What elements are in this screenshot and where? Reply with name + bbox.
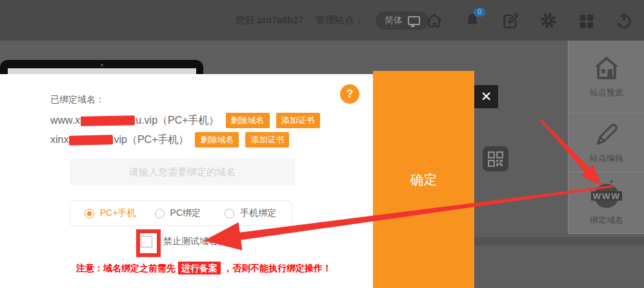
delete-domain-button[interactable]: 删除域名 xyxy=(226,113,270,128)
notification-badge: 0 xyxy=(474,8,485,17)
domain-text: u.vip（PC+手机） xyxy=(136,114,219,128)
sidebar-item-label: 绑定域名 xyxy=(590,215,623,226)
qr-code-icon xyxy=(488,151,503,167)
svg-text:WWW: WWW xyxy=(592,191,620,201)
sidebar-item-bind-domain[interactable]: WWW 绑定域名 xyxy=(569,173,644,234)
qr-code-button[interactable] xyxy=(483,146,508,171)
close-button[interactable]: ✕ xyxy=(474,85,498,108)
annotation-rectangle xyxy=(136,229,161,257)
settings-gear-icon[interactable] xyxy=(539,12,558,30)
sidebar-item-label: 站点预览 xyxy=(590,87,623,99)
laptop-screen-edge xyxy=(8,68,196,74)
bind-mode-radio-group: PC+手机 PC绑定 手机绑定 xyxy=(70,200,292,226)
binding-notice: 注意：域名绑定之前需先进行备案，否则不能执行绑定操作！ xyxy=(76,263,332,274)
notice-text: ，否则不能执行绑定操作！ xyxy=(223,263,332,273)
radio-pc-bind[interactable]: PC绑定 xyxy=(155,207,225,219)
laptop-camera-dot xyxy=(101,64,103,66)
radio-pc-and-mobile[interactable]: PC+手机 xyxy=(85,207,155,219)
confirm-button[interactable]: 确定 xyxy=(373,71,474,288)
sidebar-item-site-edit[interactable]: 站点编辑 xyxy=(569,113,644,173)
sidebar-item-site-preview[interactable]: 站点预览 xyxy=(569,41,644,113)
edit-icon[interactable] xyxy=(501,12,519,30)
site-tools-sidebar: 站点预览 站点编辑 WWW 绑定域名 xyxy=(568,41,644,234)
redaction-scribble xyxy=(81,115,135,126)
power-logout-icon[interactable] xyxy=(615,12,633,30)
manage-site-label: 管理站点： xyxy=(316,14,364,26)
bind-domain-dialog: 已绑定域名： ? www.xu.vip（PC+手机） 删除域名 添加证书 xin… xyxy=(0,74,373,288)
monitor-icon xyxy=(408,16,420,25)
house-icon xyxy=(592,55,621,82)
confirm-label: 确定 xyxy=(410,171,438,189)
laptop-mockup-bezel xyxy=(0,60,203,74)
greeting-text: 您好 pro7a6b27 xyxy=(236,14,304,26)
www-globe-icon: WWW xyxy=(590,180,623,209)
radio-label: PC+手机 xyxy=(100,207,136,219)
sidebar-item-label: 站点编辑 xyxy=(590,153,623,164)
language-toggle-button[interactable]: 简体 xyxy=(376,12,429,30)
delete-domain-button[interactable]: 删除域名 xyxy=(195,132,239,148)
radio-label: PC绑定 xyxy=(170,207,201,219)
background-band xyxy=(474,237,644,245)
add-certificate-button[interactable]: 添加证书 xyxy=(245,132,289,148)
language-label: 简体 xyxy=(385,15,403,26)
filing-link[interactable]: 进行备案 xyxy=(178,262,221,274)
notifications-bell-icon[interactable]: 0 xyxy=(463,12,481,30)
close-icon: ✕ xyxy=(481,89,492,104)
bound-domains-label: 已绑定域名： xyxy=(50,94,105,106)
checkbox-label: 禁止测试域名访问 xyxy=(163,236,236,247)
radio-icon xyxy=(155,209,165,218)
radio-icon xyxy=(225,209,234,218)
redaction-scribble xyxy=(69,135,113,145)
home-icon[interactable] xyxy=(425,12,443,30)
apps-grid-icon[interactable] xyxy=(578,12,596,30)
top-bar-account-area: 您好 pro7a6b27 管理站点： 简体 xyxy=(236,0,429,41)
bound-domain-row: xinxvip（PC+手机） 删除域名 添加证书 xyxy=(50,132,289,148)
add-certificate-button[interactable]: 添加证书 xyxy=(276,113,320,128)
radio-icon xyxy=(85,209,94,218)
top-bar: 您好 pro7a6b27 管理站点： 简体 0 xyxy=(0,0,644,41)
page: 您好 pro7a6b27 管理站点： 简体 0 xyxy=(0,0,644,288)
domain-text: xinx xyxy=(50,134,68,146)
domain-text: vip（PC+手机） xyxy=(114,133,188,147)
bound-domain-row: www.xu.vip（PC+手机） 删除域名 添加证书 xyxy=(50,113,320,128)
notice-text: 注意：域名绑定之前需先 xyxy=(76,263,176,273)
domain-text: www.x xyxy=(50,115,80,126)
radio-mobile-bind[interactable]: 手机绑定 xyxy=(225,207,292,219)
help-icon[interactable]: ? xyxy=(340,84,359,104)
pencil-icon xyxy=(593,122,620,148)
domain-input[interactable] xyxy=(70,158,295,185)
radio-label: 手机绑定 xyxy=(240,207,276,219)
